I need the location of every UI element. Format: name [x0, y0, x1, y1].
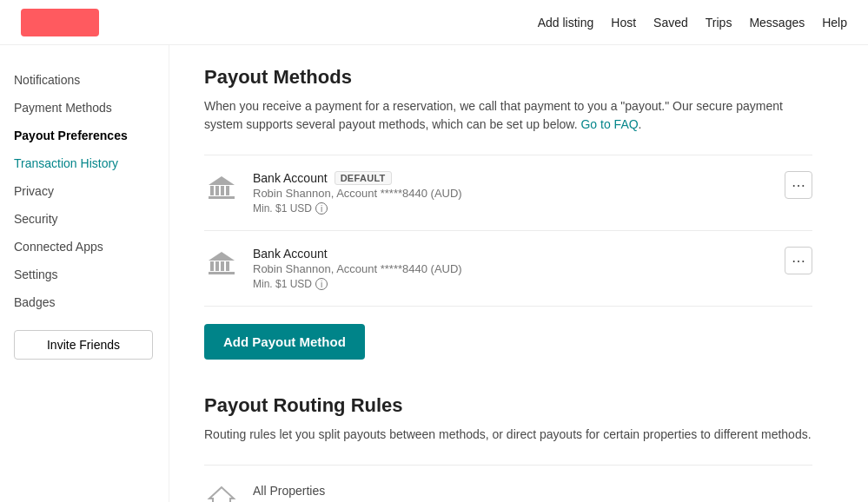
bank-icon-2: [204, 247, 239, 281]
account-sub-2: Robin Shannon, Account *****8440 (AUD): [253, 262, 774, 275]
bank-account-card-2: Bank Account Robin Shannon, Account ****…: [204, 231, 812, 307]
payout-methods-description: When you receive a payment for a reserva…: [204, 97, 812, 134]
main-content: Payout Methods When you receive a paymen…: [169, 45, 847, 502]
sidebar-item-transaction-history[interactable]: Transaction History: [14, 149, 169, 177]
default-badge-1: DEFAULT: [335, 171, 392, 185]
routing-rules-section: Payout Routing Rules Routing rules let y…: [204, 394, 812, 502]
svg-rect-0: [210, 186, 214, 195]
svg-rect-6: [210, 261, 214, 271]
svg-rect-4: [209, 196, 235, 199]
sidebar-item-settings[interactable]: Settings: [14, 261, 169, 288]
nav-host[interactable]: Host: [611, 16, 636, 30]
sidebar-item-payout-preferences[interactable]: Payout Preferences: [14, 122, 169, 149]
sidebar-item-payment-methods[interactable]: Payment Methods: [14, 94, 169, 122]
invite-friends-button[interactable]: Invite Friends: [14, 330, 153, 360]
svg-rect-2: [221, 186, 224, 195]
sidebar-item-privacy[interactable]: Privacy: [14, 177, 169, 205]
nav-help[interactable]: Help: [822, 16, 847, 30]
svg-rect-1: [215, 186, 219, 195]
account-menu-button-1[interactable]: ⋯: [785, 171, 812, 199]
nav-add-listing[interactable]: Add listing: [538, 16, 594, 30]
info-icon-2[interactable]: i: [315, 278, 328, 290]
sidebar-item-notifications[interactable]: Notifications: [14, 66, 169, 94]
add-payout-method-button[interactable]: Add Payout Method: [204, 324, 365, 360]
svg-rect-7: [215, 261, 219, 271]
sidebar-item-badges[interactable]: Badges: [14, 288, 169, 316]
svg-rect-9: [226, 261, 229, 271]
routing-rule-row: All Properties 100% → Default: [204, 465, 812, 502]
account-sub-1: Robin Shannon, Account *****8440 (AUD): [253, 187, 774, 200]
svg-rect-10: [209, 272, 235, 274]
nav-messages[interactable]: Messages: [749, 16, 805, 30]
payout-methods-section: Payout Methods When you receive a paymen…: [204, 66, 812, 360]
header: Add listing Host Saved Trips Messages He…: [0, 0, 868, 45]
routing-rules-description: Routing rules let you split payouts betw…: [204, 426, 812, 444]
svg-rect-3: [226, 186, 229, 195]
faq-link[interactable]: Go to FAQ: [580, 117, 638, 131]
account-min-2: Min. $1 USD i: [253, 278, 774, 290]
sidebar: Notifications Payment Methods Payout Pre…: [0, 45, 169, 502]
account-menu-button-2[interactable]: ⋯: [785, 247, 812, 274]
home-icon: [204, 481, 239, 502]
layout: Notifications Payment Methods Payout Pre…: [0, 45, 868, 502]
svg-marker-5: [209, 176, 235, 185]
account-info-1: Bank Account DEFAULT Robin Shannon, Acco…: [253, 171, 774, 215]
svg-marker-11: [209, 252, 235, 261]
routing-name: All Properties: [253, 484, 343, 498]
bank-icon-1: [204, 171, 239, 206]
header-nav: Add listing Host Saved Trips Messages He…: [538, 16, 847, 30]
account-name-1: Bank Account: [253, 171, 328, 185]
payout-methods-title: Payout Methods: [204, 66, 812, 89]
account-min-1: Min. $1 USD i: [253, 202, 774, 215]
routing-rules-title: Payout Routing Rules: [204, 394, 812, 417]
nav-saved[interactable]: Saved: [653, 16, 688, 30]
account-name-2: Bank Account: [253, 247, 328, 261]
sidebar-item-connected-apps[interactable]: Connected Apps: [14, 233, 169, 261]
account-info-2: Bank Account Robin Shannon, Account ****…: [253, 247, 774, 290]
sidebar-item-security[interactable]: Security: [14, 205, 169, 233]
info-icon-1[interactable]: i: [315, 202, 328, 215]
nav-trips[interactable]: Trips: [706, 16, 732, 30]
svg-rect-8: [221, 261, 224, 271]
svg-marker-12: [209, 487, 234, 502]
routing-info: All Properties 100% → Default: [253, 484, 343, 502]
bank-account-card-1: Bank Account DEFAULT Robin Shannon, Acco…: [204, 155, 812, 231]
logo: [21, 9, 99, 36]
